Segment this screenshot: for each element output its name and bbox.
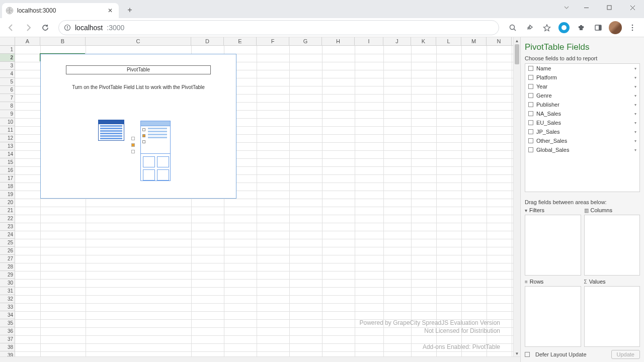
column-header[interactable]: J — [383, 37, 411, 45]
extension-badge-icon[interactable] — [556, 20, 572, 35]
close-icon[interactable]: ✕ — [106, 6, 115, 15]
select-all-corner[interactable] — [0, 37, 15, 45]
back-button[interactable] — [4, 21, 18, 35]
checkbox-icon[interactable] — [528, 111, 533, 116]
forward-button[interactable] — [21, 21, 35, 35]
row-header[interactable]: 32 — [0, 295, 15, 303]
row-header[interactable]: 23 — [0, 223, 15, 231]
field-row[interactable]: JP_Sales▾ — [525, 127, 639, 136]
checkbox-icon[interactable] — [528, 129, 533, 134]
column-header[interactable]: G — [289, 37, 322, 45]
checkbox-icon[interactable] — [528, 84, 533, 89]
row-header[interactable]: 5 — [0, 78, 15, 86]
field-row[interactable]: Platform▾ — [525, 73, 639, 82]
spreadsheet[interactable]: ABCDEFGHIJKLMN 1234567891011121314151617… — [0, 37, 520, 362]
values-dropzone[interactable] — [584, 286, 640, 347]
cells-grid[interactable]: PivotTable Turn on the PivotTable Field … — [15, 46, 513, 356]
minimize-button[interactable] — [575, 0, 598, 15]
chevron-down-icon[interactable]: ▾ — [634, 121, 636, 125]
field-row[interactable]: Publisher▾ — [525, 100, 639, 109]
column-header[interactable]: D — [191, 37, 224, 45]
row-header[interactable]: 33 — [0, 303, 15, 311]
chevron-down-icon[interactable]: ▾ — [634, 112, 636, 116]
row-header[interactable]: 30 — [0, 279, 15, 287]
row-header[interactable]: 13 — [0, 142, 15, 150]
chevron-down-icon[interactable]: ▾ — [634, 84, 636, 89]
field-list[interactable]: Name▾Platform▾Year▾Genre▾Publisher▾NA_Sa… — [525, 63, 640, 192]
checkbox-icon[interactable] — [528, 93, 533, 98]
row-header[interactable]: 26 — [0, 247, 15, 255]
column-header[interactable]: M — [461, 37, 487, 45]
update-button[interactable]: Update — [611, 350, 640, 359]
row-header[interactable]: 9 — [0, 110, 15, 118]
kebab-menu-icon[interactable] — [625, 20, 640, 35]
reload-button[interactable] — [38, 21, 52, 35]
row-header[interactable]: 4 — [0, 70, 15, 78]
row-header[interactable]: 7 — [0, 94, 15, 102]
row-header[interactable]: 22 — [0, 215, 15, 223]
rows-area[interactable]: ≡Rows — [525, 279, 581, 347]
sidepanel-icon[interactable] — [591, 20, 606, 35]
row-header[interactable]: 3 — [0, 62, 15, 70]
row-header[interactable]: 19 — [0, 191, 15, 199]
field-row[interactable]: Name▾ — [525, 64, 639, 73]
column-header[interactable]: L — [436, 37, 461, 45]
browser-tab[interactable]: localhost:3000 ✕ — [2, 3, 119, 18]
field-row[interactable]: Other_Sales▾ — [525, 136, 639, 145]
search-icon[interactable] — [505, 20, 520, 35]
field-row[interactable]: NA_Sales▾ — [525, 109, 639, 118]
row-header[interactable]: 14 — [0, 150, 15, 158]
column-header[interactable]: K — [411, 37, 436, 45]
chevron-down-icon[interactable]: ▾ — [634, 66, 636, 71]
row-header[interactable]: 16 — [0, 166, 15, 174]
column-header[interactable]: B — [40, 37, 86, 45]
row-header[interactable]: 18 — [0, 183, 15, 191]
address-bar[interactable]: localhost:3000 — [58, 20, 499, 35]
maximize-button[interactable] — [598, 0, 621, 15]
row-header[interactable]: 6 — [0, 86, 15, 94]
filters-area[interactable]: ▾Filters — [525, 207, 581, 276]
scroll-down-button[interactable]: ▼ — [514, 350, 520, 357]
pivottable-placeholder[interactable]: PivotTable Turn on the PivotTable Field … — [40, 54, 236, 199]
row-header[interactable]: 1 — [0, 46, 15, 54]
scroll-thumb[interactable] — [515, 44, 519, 64]
chevron-down-icon[interactable]: ▾ — [634, 103, 636, 107]
defer-layout-checkbox[interactable]: Defer Layout Update — [525, 351, 587, 357]
columns-area[interactable]: ▥Columns — [584, 207, 640, 276]
row-header[interactable]: 10 — [0, 118, 15, 126]
horizontal-scrollbar[interactable] — [0, 356, 520, 362]
column-header[interactable]: I — [355, 37, 383, 45]
row-header[interactable]: 12 — [0, 134, 15, 142]
row-header[interactable]: 31 — [0, 287, 15, 295]
chevron-down-icon[interactable]: ▾ — [634, 94, 636, 98]
checkbox-icon[interactable] — [528, 120, 533, 125]
row-header[interactable]: 27 — [0, 255, 15, 263]
column-header[interactable]: N — [487, 37, 512, 45]
row-header[interactable]: 35 — [0, 319, 15, 327]
close-window-button[interactable] — [621, 0, 644, 15]
new-tab-button[interactable]: + — [123, 3, 137, 17]
scroll-up-button[interactable]: ▲ — [514, 37, 520, 44]
profile-avatar[interactable] — [608, 20, 623, 35]
row-header[interactable]: 29 — [0, 271, 15, 279]
field-row[interactable]: Genre▾ — [525, 91, 639, 100]
row-header[interactable]: 36 — [0, 327, 15, 335]
row-header[interactable]: 17 — [0, 174, 15, 183]
row-header[interactable]: 25 — [0, 239, 15, 247]
row-header[interactable]: 38 — [0, 343, 15, 351]
share-icon[interactable] — [522, 20, 537, 35]
chevron-down-icon[interactable]: ▾ — [634, 75, 636, 80]
column-header[interactable]: A — [15, 37, 40, 45]
chevron-down-icon[interactable]: ▾ — [634, 139, 636, 143]
checkbox-icon[interactable] — [528, 75, 533, 80]
checkbox-icon[interactable] — [528, 102, 533, 107]
row-header[interactable]: 37 — [0, 335, 15, 343]
column-header[interactable]: H — [322, 37, 355, 45]
row-header[interactable]: 28 — [0, 263, 15, 271]
chevron-down-icon[interactable]: ▾ — [634, 130, 636, 134]
values-area[interactable]: ΣValues — [584, 279, 640, 347]
field-row[interactable]: Global_Sales▾ — [525, 145, 639, 154]
row-header[interactable]: 15 — [0, 158, 15, 166]
rows-dropzone[interactable] — [525, 286, 581, 347]
bookmark-icon[interactable] — [539, 20, 554, 35]
